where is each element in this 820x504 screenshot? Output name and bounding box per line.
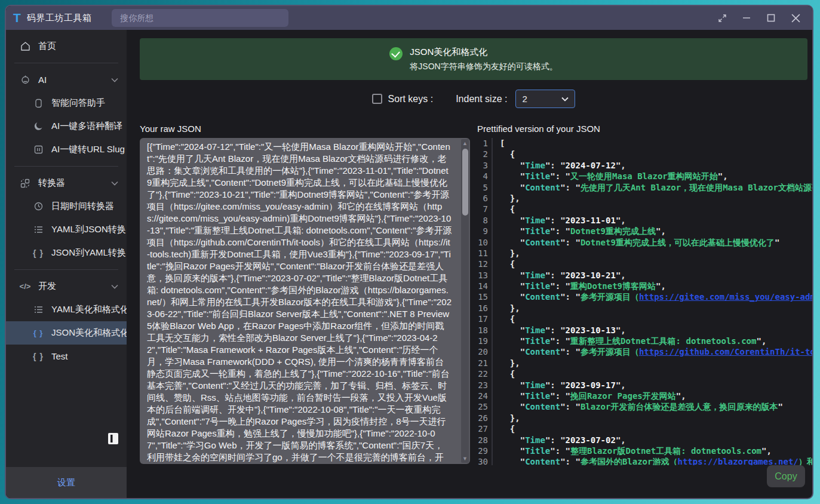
code-line: 18 "Time": "2023-10-13",	[477, 325, 812, 336]
raw-json-input[interactable]: [{"Time":"2024-07-12","Title":"又一轮使用Masa…	[140, 138, 470, 464]
copy-button[interactable]: Copy	[767, 465, 805, 487]
sidebar-item-yaml-to-json[interactable]: YAML到JSON转换	[6, 218, 127, 241]
code-line: 27 {	[477, 423, 812, 434]
code-line-content: {	[493, 204, 812, 214]
line-number: 13	[477, 270, 493, 281]
code-line: 7 {	[477, 204, 812, 214]
sidebar-group-label: 转换器	[38, 177, 65, 189]
success-banner: JSON美化和格式化 将JSON字符串修饰为友好的可读格式。	[140, 38, 807, 80]
sidebar-item-json-to-yaml[interactable]: { } JSON到YAML转换	[6, 241, 127, 265]
code-line-content: },	[493, 193, 812, 204]
code-line-content: {	[493, 368, 812, 379]
code-line: 29 "Title": "整理Blazor版Dotnet工具箱: dotneto…	[477, 445, 812, 456]
chevron-down-icon	[111, 78, 118, 82]
settings-button[interactable]: 设置	[6, 467, 127, 498]
line-number: 12	[477, 259, 493, 269]
search-input[interactable]	[112, 9, 288, 27]
code-line-content: "Time": "2024-07-12",	[493, 160, 812, 171]
titlebar: T 码界工坊工具箱	[6, 6, 812, 30]
line-number: 22	[477, 368, 493, 379]
code-line-content: {	[493, 149, 812, 159]
robot-icon	[19, 75, 31, 85]
sidebar-group-ai[interactable]: AI	[6, 68, 127, 91]
code-line: 22 {	[477, 368, 812, 379]
sidebar-item-yaml-format[interactable]: YAML美化和格式化	[6, 298, 127, 321]
code-line-content: "Time": "2023-10-21",	[493, 270, 812, 281]
code-line: 24 "Title": "挽回Razor Pages开发网站",	[477, 391, 812, 401]
braces-icon: { }	[32, 328, 44, 337]
code-line: 17 {	[477, 314, 812, 324]
sidebar-item-ai-slug[interactable]: AI一键转URL Slug	[6, 138, 127, 161]
sidebar-item-datetime-converter[interactable]: 日期时间转换器	[6, 195, 127, 218]
scrollbar-thumb[interactable]	[462, 149, 468, 216]
sidebar-item-json-format[interactable]: { } JSON美化和格式化	[6, 321, 127, 345]
sidebar-group-label: AI	[38, 75, 47, 85]
sidebar-item-test[interactable]: { } Test	[6, 345, 127, 368]
code-line-content: "Title": "整理Blazor版Dotnet工具箱: dotnetools…	[493, 445, 812, 456]
list-icon	[32, 226, 44, 233]
code-line: 11 },	[477, 248, 812, 259]
code-line-content: [	[493, 138, 812, 149]
sidebar-group-dev[interactable]: </> 开发	[6, 275, 127, 298]
transform-icon	[19, 179, 31, 188]
indent-size-select[interactable]: 2	[515, 90, 575, 108]
moon-icon	[32, 122, 44, 131]
banner-subtitle: 将JSON字符串修饰为友好的可读格式。	[410, 62, 557, 72]
maximize-button[interactable]	[767, 14, 775, 22]
code-line: 14 "Title": "重构Dotnet9博客网站",	[477, 281, 812, 291]
line-number: 9	[477, 226, 493, 236]
line-number: 11	[477, 248, 493, 259]
braces-icon: { }	[32, 352, 44, 361]
close-button[interactable]	[791, 14, 800, 23]
code-line: 3 "Time": "2024-07-12",	[477, 160, 812, 171]
line-number: 3	[477, 160, 493, 171]
sidebar-item-label: 日期时间转换器	[51, 201, 114, 212]
sidebar-collapse-icon[interactable]	[108, 433, 118, 444]
line-number: 4	[477, 171, 493, 182]
sidebar-item-ai-translate[interactable]: AI一键多语种翻译	[6, 115, 127, 138]
line-number: 30	[477, 456, 493, 465]
divider	[14, 166, 118, 167]
divider	[14, 269, 118, 270]
code-line: 30 "Content": "参考国外的Blazor游戏（https://bla…	[477, 456, 812, 465]
code-line-content: "Title": "Dotnet9重构完成上线",	[493, 226, 812, 236]
sidebar-group-label: 开发	[38, 281, 56, 292]
sort-keys-checkbox[interactable]	[372, 94, 382, 104]
code-line: 23 "Time": "2023-09-17",	[477, 380, 812, 391]
sidebar-item-ai-qa[interactable]: 智能问答助手	[6, 91, 127, 115]
scroll-up-icon[interactable]: ▲	[461, 139, 469, 147]
line-number: 29	[477, 445, 493, 456]
sidebar-item-label: YAML美化和格式化	[51, 304, 127, 315]
code-line: 1[	[477, 138, 812, 149]
pause-square-icon	[32, 145, 44, 154]
expand-icon[interactable]	[718, 14, 726, 22]
line-number: 18	[477, 325, 493, 336]
pretty-json-header: Prettified version of your JSON	[477, 124, 812, 134]
sidebar-item-home[interactable]: 首页	[6, 35, 127, 58]
sidebar-item-label: AI一键多语种翻译	[51, 121, 122, 132]
code-line: 13 "Time": "2023-10-21",	[477, 270, 812, 281]
app-window: T 码界工坊工具箱	[5, 5, 813, 499]
code-line: 26 },	[477, 413, 812, 423]
banner-title: JSON美化和格式化	[410, 47, 557, 58]
code-line: 6 },	[477, 193, 812, 204]
code-line-content: },	[493, 358, 812, 368]
sidebar: 首页 AI	[6, 30, 127, 498]
code-line-content: "Time": "2023-09-17",	[493, 380, 812, 391]
code-line: 20 "Content": "参考开源项目（https://github.com…	[477, 346, 812, 357]
assistant-icon	[32, 99, 44, 108]
scroll-down-icon[interactable]: ▼	[461, 454, 469, 463]
code-line: 9 "Title": "Dotnet9重构完成上线",	[477, 226, 812, 236]
minimize-button[interactable]	[742, 14, 751, 22]
scrollbar[interactable]: ▲ ▼	[461, 139, 469, 463]
main-content: JSON美化和格式化 将JSON字符串修饰为友好的可读格式。 Sort keys…	[127, 30, 812, 498]
code-line-content: {	[493, 314, 812, 324]
line-number: 16	[477, 303, 493, 314]
code-line: 15 "Content": "参考开源项目（https://gitee.com/…	[477, 291, 812, 302]
code-line-content: "Content": "参考开源项目（https://github.com/Co…	[493, 346, 812, 357]
code-line-content: {	[493, 423, 812, 434]
line-number: 19	[477, 336, 493, 346]
code-line: 4 "Title": "又一轮使用Masa Blazor重构网站开始",	[477, 171, 812, 182]
code-line-content: },	[493, 413, 812, 423]
sidebar-group-converter[interactable]: 转换器	[6, 171, 127, 195]
